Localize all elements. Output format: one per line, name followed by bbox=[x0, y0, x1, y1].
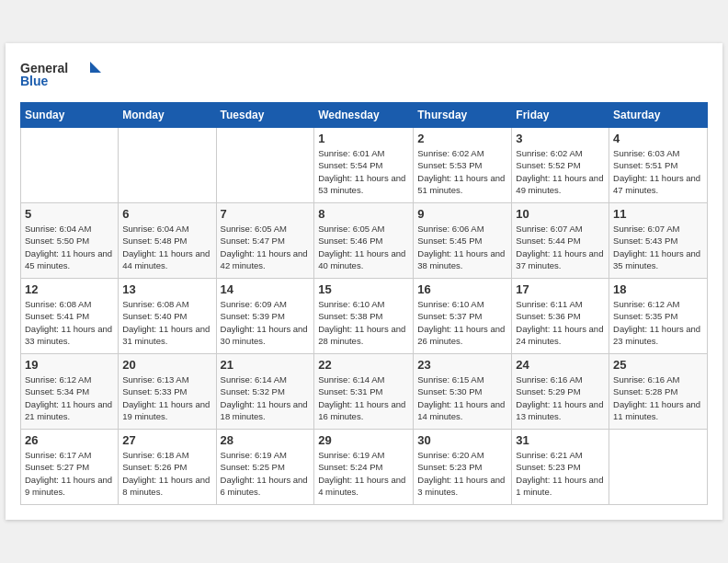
day-number: 31 bbox=[516, 433, 605, 447]
day-info: Sunrise: 6:19 AM Sunset: 5:25 PM Dayligh… bbox=[221, 449, 311, 498]
day-info: Sunrise: 6:08 AM Sunset: 5:41 PM Dayligh… bbox=[25, 298, 114, 347]
calendar-cell: 14Sunrise: 6:09 AM Sunset: 5:39 PM Dayli… bbox=[216, 279, 314, 354]
calendar-container: General Blue SundayMondayTuesdayWednesda… bbox=[6, 43, 722, 520]
calendar-week-row: 26Sunrise: 6:17 AM Sunset: 5:27 PM Dayli… bbox=[21, 430, 708, 505]
day-number: 25 bbox=[613, 358, 703, 372]
calendar-cell: 29Sunrise: 6:19 AM Sunset: 5:24 PM Dayli… bbox=[314, 430, 414, 505]
calendar-cell: 6Sunrise: 6:04 AM Sunset: 5:48 PM Daylig… bbox=[119, 203, 216, 279]
calendar-cell: 25Sunrise: 6:16 AM Sunset: 5:28 PM Dayli… bbox=[609, 354, 708, 430]
day-number: 27 bbox=[122, 433, 211, 447]
calendar-week-row: 5Sunrise: 6:04 AM Sunset: 5:50 PM Daylig… bbox=[21, 203, 708, 279]
calendar-cell: 12Sunrise: 6:08 AM Sunset: 5:41 PM Dayli… bbox=[21, 279, 119, 354]
day-info: Sunrise: 6:18 AM Sunset: 5:26 PM Dayligh… bbox=[122, 449, 211, 498]
calendar-cell: 13Sunrise: 6:08 AM Sunset: 5:40 PM Dayli… bbox=[119, 279, 216, 354]
day-number: 21 bbox=[221, 358, 311, 372]
day-info: Sunrise: 6:12 AM Sunset: 5:34 PM Dayligh… bbox=[25, 373, 114, 422]
day-of-week-header: Sunday bbox=[21, 103, 119, 128]
calendar-cell: 3Sunrise: 6:02 AM Sunset: 5:52 PM Daylig… bbox=[512, 128, 609, 203]
calendar-week-row: 12Sunrise: 6:08 AM Sunset: 5:41 PM Dayli… bbox=[21, 279, 708, 354]
calendar-table: SundayMondayTuesdayWednesdayThursdayFrid… bbox=[20, 102, 708, 505]
day-info: Sunrise: 6:05 AM Sunset: 5:47 PM Dayligh… bbox=[221, 223, 311, 271]
day-info: Sunrise: 6:12 AM Sunset: 5:35 PM Dayligh… bbox=[613, 298, 703, 347]
day-info: Sunrise: 6:02 AM Sunset: 5:53 PM Dayligh… bbox=[417, 147, 507, 196]
calendar-cell: 4Sunrise: 6:03 AM Sunset: 5:51 PM Daylig… bbox=[609, 128, 708, 203]
calendar-cell bbox=[119, 128, 216, 203]
day-number: 6 bbox=[122, 207, 211, 221]
day-number: 18 bbox=[613, 282, 703, 296]
day-info: Sunrise: 6:17 AM Sunset: 5:27 PM Dayligh… bbox=[25, 449, 114, 498]
calendar-header: General Blue bbox=[20, 58, 708, 91]
day-info: Sunrise: 6:04 AM Sunset: 5:48 PM Dayligh… bbox=[122, 223, 211, 271]
day-number: 22 bbox=[318, 358, 409, 372]
day-info: Sunrise: 6:15 AM Sunset: 5:30 PM Dayligh… bbox=[417, 373, 507, 422]
calendar-cell: 30Sunrise: 6:20 AM Sunset: 5:23 PM Dayli… bbox=[414, 430, 512, 505]
calendar-cell: 31Sunrise: 6:21 AM Sunset: 5:23 PM Dayli… bbox=[512, 430, 609, 505]
day-of-week-header: Wednesday bbox=[314, 103, 414, 128]
svg-marker-1 bbox=[90, 62, 101, 73]
day-of-week-header: Monday bbox=[119, 103, 216, 128]
calendar-cell: 23Sunrise: 6:15 AM Sunset: 5:30 PM Dayli… bbox=[414, 354, 512, 430]
day-info: Sunrise: 6:07 AM Sunset: 5:43 PM Dayligh… bbox=[613, 223, 703, 271]
calendar-cell: 5Sunrise: 6:04 AM Sunset: 5:50 PM Daylig… bbox=[21, 203, 119, 279]
day-number: 3 bbox=[516, 132, 605, 145]
day-info: Sunrise: 6:10 AM Sunset: 5:38 PM Dayligh… bbox=[318, 298, 409, 347]
day-number: 23 bbox=[417, 358, 507, 372]
day-info: Sunrise: 6:02 AM Sunset: 5:52 PM Dayligh… bbox=[516, 147, 605, 196]
calendar-cell: 28Sunrise: 6:19 AM Sunset: 5:25 PM Dayli… bbox=[216, 430, 314, 505]
day-number: 2 bbox=[417, 132, 507, 145]
calendar-cell: 10Sunrise: 6:07 AM Sunset: 5:44 PM Dayli… bbox=[512, 203, 609, 279]
day-info: Sunrise: 6:10 AM Sunset: 5:37 PM Dayligh… bbox=[417, 298, 507, 347]
day-number: 20 bbox=[122, 358, 211, 372]
day-info: Sunrise: 6:03 AM Sunset: 5:51 PM Dayligh… bbox=[613, 147, 703, 196]
calendar-cell: 17Sunrise: 6:11 AM Sunset: 5:36 PM Dayli… bbox=[512, 279, 609, 354]
day-info: Sunrise: 6:16 AM Sunset: 5:29 PM Dayligh… bbox=[516, 373, 605, 422]
day-info: Sunrise: 6:21 AM Sunset: 5:23 PM Dayligh… bbox=[516, 449, 605, 498]
day-info: Sunrise: 6:05 AM Sunset: 5:46 PM Dayligh… bbox=[318, 223, 409, 271]
day-info: Sunrise: 6:19 AM Sunset: 5:24 PM Dayligh… bbox=[318, 449, 409, 498]
calendar-cell: 8Sunrise: 6:05 AM Sunset: 5:46 PM Daylig… bbox=[314, 203, 414, 279]
calendar-cell bbox=[609, 430, 708, 505]
day-info: Sunrise: 6:09 AM Sunset: 5:39 PM Dayligh… bbox=[221, 298, 311, 347]
calendar-week-row: 19Sunrise: 6:12 AM Sunset: 5:34 PM Dayli… bbox=[21, 354, 708, 430]
day-number: 1 bbox=[318, 132, 409, 145]
calendar-cell: 2Sunrise: 6:02 AM Sunset: 5:53 PM Daylig… bbox=[414, 128, 512, 203]
calendar-cell: 26Sunrise: 6:17 AM Sunset: 5:27 PM Dayli… bbox=[21, 430, 119, 505]
day-number: 28 bbox=[221, 433, 311, 447]
calendar-cell bbox=[21, 128, 119, 203]
day-of-week-header: Thursday bbox=[414, 103, 512, 128]
day-info: Sunrise: 6:04 AM Sunset: 5:50 PM Dayligh… bbox=[25, 223, 114, 271]
calendar-cell: 18Sunrise: 6:12 AM Sunset: 5:35 PM Dayli… bbox=[609, 279, 708, 354]
day-number: 5 bbox=[25, 207, 114, 221]
day-number: 10 bbox=[516, 207, 605, 221]
day-info: Sunrise: 6:20 AM Sunset: 5:23 PM Dayligh… bbox=[417, 449, 507, 498]
calendar-cell: 27Sunrise: 6:18 AM Sunset: 5:26 PM Dayli… bbox=[119, 430, 216, 505]
day-number: 13 bbox=[122, 282, 211, 296]
day-of-week-header: Friday bbox=[512, 103, 609, 128]
calendar-week-row: 1Sunrise: 6:01 AM Sunset: 5:54 PM Daylig… bbox=[21, 128, 708, 203]
day-number: 7 bbox=[221, 207, 311, 221]
day-number: 11 bbox=[613, 207, 703, 221]
calendar-cell: 21Sunrise: 6:14 AM Sunset: 5:32 PM Dayli… bbox=[216, 354, 314, 430]
day-info: Sunrise: 6:11 AM Sunset: 5:36 PM Dayligh… bbox=[516, 298, 605, 347]
calendar-cell: 24Sunrise: 6:16 AM Sunset: 5:29 PM Dayli… bbox=[512, 354, 609, 430]
calendar-cell: 19Sunrise: 6:12 AM Sunset: 5:34 PM Dayli… bbox=[21, 354, 119, 430]
day-info: Sunrise: 6:07 AM Sunset: 5:44 PM Dayligh… bbox=[516, 223, 605, 271]
calendar-cell: 15Sunrise: 6:10 AM Sunset: 5:38 PM Dayli… bbox=[314, 279, 414, 354]
calendar-cell: 20Sunrise: 6:13 AM Sunset: 5:33 PM Dayli… bbox=[119, 354, 216, 430]
day-number: 26 bbox=[25, 433, 114, 447]
svg-text:Blue: Blue bbox=[20, 74, 49, 88]
day-info: Sunrise: 6:01 AM Sunset: 5:54 PM Dayligh… bbox=[318, 147, 409, 196]
calendar-cell: 11Sunrise: 6:07 AM Sunset: 5:43 PM Dayli… bbox=[609, 203, 708, 279]
calendar-cell bbox=[216, 128, 314, 203]
day-number: 14 bbox=[221, 282, 311, 296]
day-number: 15 bbox=[318, 282, 409, 296]
day-number: 4 bbox=[613, 132, 703, 145]
day-number: 12 bbox=[25, 282, 114, 296]
day-number: 19 bbox=[25, 358, 114, 372]
day-info: Sunrise: 6:13 AM Sunset: 5:33 PM Dayligh… bbox=[122, 373, 211, 422]
day-of-week-header: Saturday bbox=[609, 103, 708, 128]
calendar-cell: 22Sunrise: 6:14 AM Sunset: 5:31 PM Dayli… bbox=[314, 354, 414, 430]
day-number: 30 bbox=[417, 433, 507, 447]
day-info: Sunrise: 6:08 AM Sunset: 5:40 PM Dayligh… bbox=[122, 298, 211, 347]
day-number: 29 bbox=[318, 433, 409, 447]
